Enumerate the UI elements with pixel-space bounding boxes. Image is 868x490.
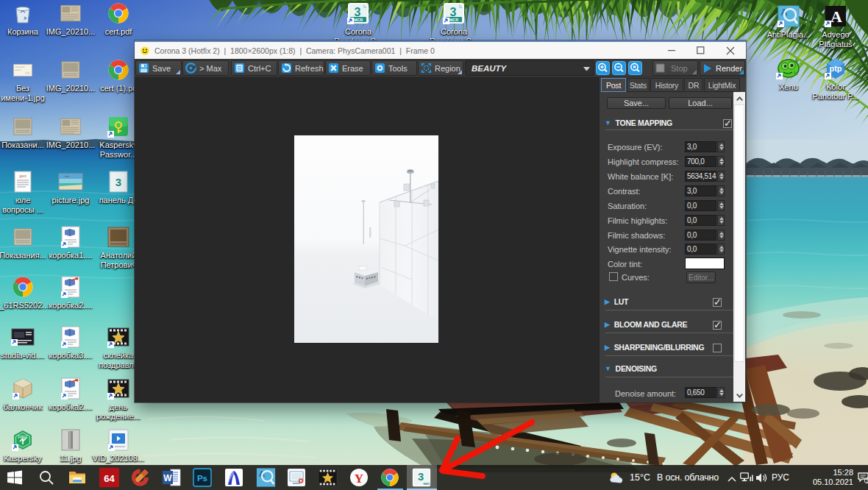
- svg-text:ptp: ptp: [829, 64, 842, 73]
- svg-text:W: W: [163, 473, 172, 483]
- svg-text:3: 3: [355, 6, 361, 18]
- svg-text:A: A: [830, 7, 842, 26]
- svg-text:64: 64: [104, 473, 115, 484]
- svg-text:3: 3: [115, 176, 121, 188]
- svg-text:3: 3: [450, 6, 457, 18]
- svg-text:MCR: MCR: [449, 18, 459, 22]
- svg-text:MCR: MCR: [354, 18, 363, 22]
- svg-text:досх: досх: [19, 174, 26, 178]
- svg-text:Ps: Ps: [197, 474, 207, 483]
- svg-text:3: 3: [418, 471, 424, 483]
- svg-text:Y: Y: [355, 472, 363, 486]
- svg-text:MAX: MAX: [424, 482, 430, 486]
